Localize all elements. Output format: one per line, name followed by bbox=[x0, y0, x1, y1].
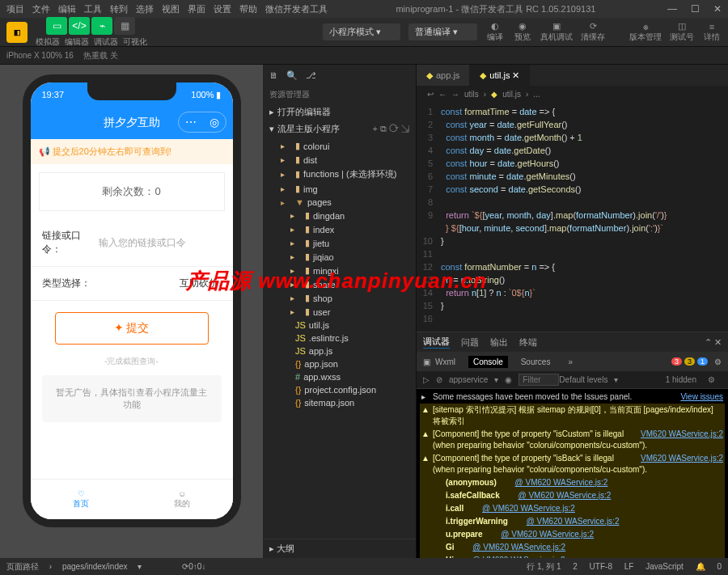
device-select[interactable]: iPhone X 100% 16 bbox=[6, 51, 74, 60]
page-path[interactable]: pages/index/index bbox=[62, 562, 128, 571]
scm-icon[interactable]: ⎇ bbox=[306, 70, 316, 81]
hidden-count[interactable]: 1 hidden bbox=[666, 375, 696, 384]
filter-input[interactable] bbox=[518, 374, 559, 386]
tab-sources[interactable]: Sources bbox=[516, 356, 556, 368]
tree-item-functions | (未选择环境)[interactable]: ▸▮functions | (未选择环境) bbox=[263, 167, 416, 182]
submit-button[interactable]: ✦ 提交 bbox=[55, 312, 209, 345]
menu-icon[interactable]: ⋯ bbox=[185, 116, 197, 129]
tree-item-img[interactable]: ▸▮img bbox=[263, 182, 416, 196]
compile-button[interactable]: ◐ bbox=[485, 21, 505, 32]
tree-item-app.wxss[interactable]: #app.wxss bbox=[263, 370, 416, 383]
notifications-icon[interactable]: 🔔 0 bbox=[696, 562, 722, 571]
tab-terminal[interactable]: 终端 bbox=[519, 336, 537, 349]
tree-item-app.json[interactable]: {}app.json bbox=[263, 357, 416, 370]
maximize-button[interactable]: ☐ bbox=[691, 3, 700, 15]
link-row[interactable]: 链接或口令： 输入您的链接或口令 bbox=[31, 219, 233, 267]
console-output[interactable]: ▸Some messages have been moved to the Is… bbox=[417, 389, 728, 558]
preview-button[interactable]: ◉ bbox=[513, 21, 532, 32]
menu-设置[interactable]: 设置 bbox=[214, 4, 231, 14]
tree-item-jietu[interactable]: ▸▮jietu bbox=[263, 236, 416, 250]
outline-section[interactable]: ▸ 大纲 bbox=[263, 539, 416, 558]
tree-item-util.js[interactable]: JSutil.js bbox=[263, 319, 416, 332]
type-row[interactable]: 类型选择： 互助砍价 › bbox=[31, 267, 233, 301]
test-account-button[interactable]: ◫ bbox=[672, 21, 692, 32]
tab-mine[interactable]: ☺ 我的 bbox=[132, 480, 233, 519]
eol[interactable]: LF bbox=[624, 562, 634, 571]
tree-item-colorui[interactable]: ▸▮colorui bbox=[263, 139, 416, 153]
link-input[interactable]: 输入您的链接或口令 bbox=[99, 236, 222, 250]
back-icon[interactable]: ↩ bbox=[427, 90, 434, 99]
simulator-infobar: iPhone X 100% 16 热重载 关 bbox=[0, 47, 728, 65]
eye-icon[interactable]: ◉ bbox=[505, 375, 512, 384]
tree-item-dingdan[interactable]: ▸▮dingdan bbox=[263, 209, 416, 222]
tab-debugger[interactable]: 调试器 bbox=[423, 336, 450, 349]
editor-toggle[interactable]: </> bbox=[69, 17, 90, 35]
editor-tab-app.js[interactable]: ◆app.js bbox=[417, 65, 470, 86]
tree-item-.eslintrc.js[interactable]: JS.eslintrc.js bbox=[263, 332, 416, 345]
breadcrumb[interactable]: ↩ ←→ utils› ◆util.js› ... bbox=[417, 86, 728, 102]
inspect-icon[interactable]: ▣ bbox=[423, 357, 430, 366]
minimize-button[interactable]: — bbox=[667, 3, 677, 15]
menu-项目[interactable]: 项目 bbox=[6, 4, 24, 14]
error-badge[interactable]: 3 bbox=[671, 357, 682, 366]
tree-item-project.config.json[interactable]: {}project.config.json bbox=[263, 383, 416, 396]
close-capsule-icon[interactable]: ◎ bbox=[210, 116, 219, 129]
tree-item-app.js[interactable]: JSapp.js bbox=[263, 345, 416, 357]
tab-console[interactable]: Console bbox=[468, 356, 508, 368]
close-button[interactable]: ✕ bbox=[713, 3, 722, 15]
menu-转到[interactable]: 转到 bbox=[110, 4, 128, 14]
tree-item-user[interactable]: ▸▮user bbox=[263, 305, 416, 319]
tree-item-dist[interactable]: ▸▮dist bbox=[263, 153, 416, 167]
tree-item-shop[interactable]: ▸▮shop bbox=[263, 291, 416, 305]
indent[interactable]: 2 bbox=[573, 562, 578, 571]
capsule[interactable]: ⋯ ◎ bbox=[178, 112, 226, 133]
tab-home[interactable]: ♡ 首页 bbox=[31, 480, 132, 519]
tab-wxml[interactable]: Wxml bbox=[430, 356, 460, 368]
menu-编辑[interactable]: 编辑 bbox=[58, 4, 76, 14]
hot-reload-toggle[interactable]: 热重载 关 bbox=[83, 50, 118, 61]
mode-select[interactable]: 小程序模式 ▾ bbox=[323, 23, 400, 40]
gear-icon[interactable]: ⚙ bbox=[714, 357, 722, 366]
details-button[interactable]: ≡ bbox=[702, 22, 722, 32]
code-editor[interactable]: 1const formatTime = date => {2 const yea… bbox=[417, 102, 728, 332]
tree-item-share[interactable]: ▸▮share bbox=[263, 277, 416, 291]
tree-item-sitemap.json[interactable]: {}sitemap.json bbox=[263, 396, 416, 409]
sync-icon[interactable]: ⟳0↑0↓ bbox=[182, 562, 205, 571]
open-editors-section[interactable]: ▸打开的编辑器 bbox=[263, 104, 416, 120]
tab-problems[interactable]: 问题 bbox=[461, 336, 479, 349]
levels-select[interactable]: Default levels bbox=[559, 375, 607, 384]
menu-工具[interactable]: 工具 bbox=[84, 4, 102, 14]
tree-item-index[interactable]: ▸▮index bbox=[263, 222, 416, 236]
menu-帮助[interactable]: 帮助 bbox=[239, 4, 257, 14]
menu-文件[interactable]: 文件 bbox=[32, 4, 50, 14]
project-section[interactable]: ▾流星主版小程序 + ⧉ ⟳ ⇲ bbox=[263, 120, 416, 137]
warn-badge[interactable]: 3 bbox=[684, 357, 695, 366]
tab-output[interactable]: 输出 bbox=[490, 336, 508, 349]
cursor-pos[interactable]: 行 1, 列 1 bbox=[527, 562, 561, 571]
search-icon[interactable]: 🔍 bbox=[286, 70, 298, 81]
debugger-toggle[interactable]: ⌁ bbox=[91, 17, 112, 35]
scope-select[interactable]: appservice bbox=[449, 375, 488, 384]
stop-icon[interactable]: ⊘ bbox=[436, 375, 442, 384]
version-button[interactable]: ⎈ bbox=[636, 22, 655, 32]
tree-item-mingxi[interactable]: ▸▮mingxi bbox=[263, 264, 416, 277]
remote-debug-button[interactable]: ▣ bbox=[547, 21, 566, 32]
menu-界面[interactable]: 界面 bbox=[188, 4, 205, 14]
settings-icon[interactable]: ⚙ bbox=[708, 375, 715, 384]
editor-tab-util.js[interactable]: ◆util.js ✕ bbox=[470, 65, 530, 86]
menu-选择[interactable]: 选择 bbox=[136, 4, 154, 14]
visual-toggle[interactable]: ▦ bbox=[114, 17, 135, 35]
info-badge[interactable]: 1 bbox=[697, 357, 708, 366]
encoding[interactable]: UTF-8 bbox=[590, 562, 612, 571]
simulator-toggle[interactable]: ▭ bbox=[46, 17, 67, 35]
menu-视图[interactable]: 视图 bbox=[162, 4, 180, 14]
menu-微信开发者工具[interactable]: 微信开发者工具 bbox=[265, 4, 328, 14]
files-icon[interactable]: 🗎 bbox=[269, 70, 278, 80]
language[interactable]: JavaScript bbox=[645, 562, 684, 571]
tree-item-jiqiao[interactable]: ▸▮jiqiao bbox=[263, 250, 416, 264]
editor-tabs: ◆app.js◆util.js ✕ bbox=[417, 65, 728, 86]
tree-item-pages[interactable]: ▸▼pages bbox=[263, 196, 416, 209]
compile-select[interactable]: 普通编译 ▾ bbox=[408, 23, 477, 40]
clear-console-icon[interactable]: ▷ bbox=[423, 375, 430, 384]
clear-cache-button[interactable]: ⟳ bbox=[583, 21, 603, 32]
